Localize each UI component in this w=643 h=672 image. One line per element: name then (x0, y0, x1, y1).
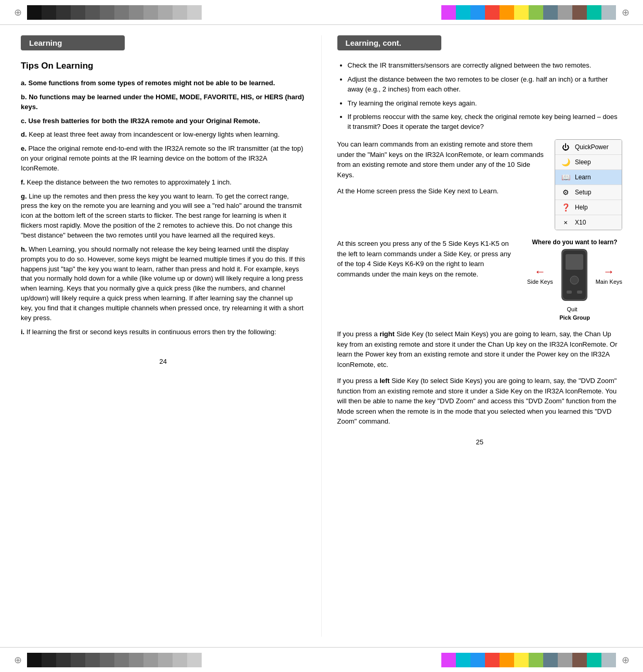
left-page-number-container: 24 (21, 342, 306, 365)
arrow-left-icon: ← (527, 265, 553, 279)
tip-text: Keep the distance between the two remote… (27, 178, 232, 186)
menu-item-label: QuickPower (575, 143, 609, 151)
menu-item-label: Help (575, 204, 588, 211)
main-content: Learning Tips On Learning a. Some functi… (0, 25, 643, 647)
pick-group-text-container: At this screen you press any of the 5 Si… (337, 239, 517, 285)
svg-point-2 (570, 276, 579, 284)
tip-text: Some functions from some types of remote… (28, 79, 275, 87)
main-keys-container: → Main Keys (596, 265, 622, 285)
menu-item-label: Learn (575, 174, 591, 181)
para3: At this screen you press any of the 5 Si… (337, 239, 517, 279)
right-page-number-container: 25 (337, 433, 623, 446)
svg-rect-3 (567, 291, 572, 294)
menu-item-learn: 📖 Learn (555, 170, 622, 185)
tip-label: i. (21, 328, 27, 336)
list-item: f. Keep the distance between the two rem… (21, 178, 306, 188)
list-item: e. Place the original remote end-to-end … (21, 144, 306, 174)
tip-text: If learning the first or second keys res… (27, 328, 277, 336)
list-item: g. Line up the remotes and then press th… (21, 192, 306, 241)
bottom-color-strip-right (441, 653, 616, 667)
menu-item-label: Setup (575, 189, 591, 196)
list-item: i. If learning the first or second keys … (21, 327, 306, 337)
setup-icon: ⚙ (560, 187, 571, 197)
main-keys-label: Main Keys (596, 279, 622, 285)
tip-label: b. (21, 93, 29, 101)
list-item: If problems reoccur with the same key, c… (348, 112, 623, 132)
learn-icon: 📖 (560, 172, 571, 182)
pick-group-remote-row: ← Side Keys (527, 249, 622, 301)
menu-item-help: ❓ Help (555, 200, 622, 215)
list-item: b. No functions may be learned under the… (21, 93, 306, 112)
para2: At the Home screen press the Side Key ne… (337, 186, 549, 196)
list-item: d. Keep at least three feet away from in… (21, 130, 306, 140)
right-page-number: 25 (476, 438, 483, 446)
right-column: Learning, cont. Check the IR transmitter… (322, 35, 638, 637)
menu-item-x10: ✕ X10 (555, 215, 622, 230)
list-item: c. Use fresh batteries for both the IR32… (21, 116, 306, 126)
list-item: Try learning the original remote keys ag… (348, 99, 623, 109)
left-column: Learning Tips On Learning a. Some functi… (5, 35, 322, 637)
list-item: h. When Learning, you should normally no… (21, 245, 306, 323)
remote-menu: ⏻ QuickPower 🌙 Sleep 📖 Learn ⚙ Setup (555, 139, 622, 230)
para4: If you press a right Side Key (to select… (337, 329, 623, 370)
arrow-right-icon: → (596, 265, 622, 279)
remote-body (561, 249, 587, 301)
bottom-left-crosshair: ⊕ (10, 653, 25, 667)
right-section-header: Learning, cont. (337, 35, 441, 50)
tips-list: a. Some functions from some types of rem… (21, 78, 306, 337)
bullet-list: Check the IR transmitters/sensors are co… (337, 61, 623, 132)
menu-item-label: X10 (575, 219, 586, 226)
svg-rect-4 (577, 291, 582, 294)
tip-label: c. (21, 117, 28, 125)
para5: If you press a left Side Key (to select … (337, 376, 623, 427)
top-left-crosshair: ⊕ (10, 5, 25, 20)
para1: You can learn commands from an existing … (337, 139, 549, 180)
pick-group-diagram: Where do you want to learn? ← Side Keys (527, 239, 622, 321)
tip-label: d. (21, 130, 29, 138)
tip-label: a. (21, 79, 28, 87)
menu-item-setup: ⚙ Setup (555, 185, 622, 200)
menu-item-sleep: 🌙 Sleep (555, 155, 622, 170)
tip-label: e. (21, 144, 28, 152)
list-item: Check the IR transmitters/sensors are co… (348, 61, 623, 71)
tip-text: Place the original remote end-to-end wit… (21, 144, 303, 172)
remote-section: You can learn commands from an existing … (337, 139, 623, 230)
menu-item-label: Sleep (575, 159, 591, 166)
left-section-title: Tips On Learning (21, 61, 306, 71)
side-keys-label: Side Keys (527, 279, 553, 285)
remote-svg (561, 249, 587, 301)
help-icon: ❓ (560, 202, 571, 213)
x10-icon: ✕ (560, 217, 571, 228)
list-item: Adjust the distance between the two remo… (348, 75, 623, 95)
pick-group-label: Where do you want to learn? (532, 239, 618, 246)
list-item: a. Some functions from some types of rem… (21, 78, 306, 88)
left-page-number: 24 (160, 358, 167, 365)
tip-text: When Learning, you should normally not r… (21, 245, 305, 322)
tip-label: h. (21, 245, 29, 253)
svg-rect-1 (566, 254, 583, 270)
sleep-icon: 🌙 (560, 157, 571, 167)
tip-text: Keep at least three feet away from incan… (29, 130, 280, 138)
bottom-right-crosshair: ⊕ (618, 653, 633, 667)
menu-item-quickpower: ⏻ QuickPower (555, 140, 622, 155)
pick-group-section: At this screen you press any of the 5 Si… (337, 239, 623, 321)
quit-label: Quit (527, 306, 622, 312)
page-container: ⊕ (0, 0, 643, 672)
color-strip-right (441, 5, 616, 20)
pick-group-bottom-label: Pick Group (559, 314, 590, 321)
bottom-bar: ⊕ (0, 647, 643, 672)
top-right-crosshair: ⊕ (618, 5, 633, 20)
tip-text: Line up the remotes and then press the k… (21, 192, 301, 239)
tip-label: g. (21, 192, 29, 200)
para1-container: You can learn commands from an existing … (337, 139, 549, 203)
tip-text: No functions may be learned under the HO… (21, 93, 304, 111)
top-bar: ⊕ (0, 0, 643, 25)
side-keys-container: ← Side Keys (527, 265, 553, 285)
color-strip-left (27, 5, 202, 20)
quickpower-icon: ⏻ (560, 142, 571, 152)
bottom-color-strip-left (27, 653, 202, 667)
tip-label: f. (21, 178, 27, 186)
left-section-header: Learning (21, 35, 125, 50)
tip-text: Use fresh batteries for both the IR32A r… (28, 117, 260, 125)
